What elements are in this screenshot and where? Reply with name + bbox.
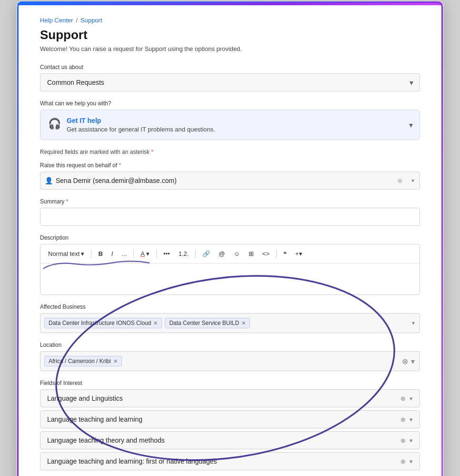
foi-chevron-icon-1: ▾ bbox=[410, 395, 413, 402]
location-chevron-icon: ▾ bbox=[411, 357, 415, 366]
location-field: Location Africa / Cameroon / Kribi ✕ ⊗ ▾ bbox=[40, 342, 420, 371]
more-button-2[interactable]: +▾ bbox=[292, 248, 305, 259]
text-color-button[interactable]: A ▾ bbox=[138, 248, 152, 259]
summary-label: Summary * bbox=[40, 198, 420, 205]
foi-text-1: Language and Linguistics bbox=[47, 395, 123, 402]
help-type-field: What can we help you with? 🎧 Get IT help… bbox=[40, 100, 420, 140]
required-note: Required fields are marked with an aster… bbox=[40, 149, 420, 155]
foi-icons-2: ⊗ ▾ bbox=[400, 416, 413, 423]
help-type-label: What can we help you with? bbox=[40, 100, 420, 107]
page-subtitle: Welcome! You can raise a request for Sup… bbox=[40, 45, 420, 52]
foi-text-2: Language teaching and learning bbox=[47, 415, 142, 423]
behalf-chevron-icon: ▾ bbox=[411, 177, 414, 184]
normal-text-dropdown[interactable]: Normal text ▾ bbox=[45, 248, 87, 259]
foi-icons-1: ⊗ ▾ bbox=[400, 395, 413, 402]
page-title: Support bbox=[40, 28, 420, 42]
foi-chevron-icon-2: ▾ bbox=[410, 416, 413, 423]
headset-icon: 🎧 bbox=[48, 118, 61, 130]
foi-clear-icon-4[interactable]: ⊗ bbox=[400, 458, 406, 465]
behalf-input-wrapper[interactable]: 👤 ⊗ ▾ bbox=[40, 172, 420, 190]
contact-us-label: Contact us about bbox=[40, 64, 420, 71]
tag-build-remove[interactable]: ✕ bbox=[241, 320, 246, 326]
description-toolbar: Normal text ▾ B I ... A ▾ ••• 1.2. 🔗 @ bbox=[40, 244, 420, 263]
more-button-1[interactable]: ... bbox=[119, 248, 130, 259]
contact-us-field: Contact us about Common Requests bbox=[40, 64, 420, 91]
tag-location-remove[interactable]: ✕ bbox=[113, 358, 118, 365]
bold-button[interactable]: B bbox=[95, 248, 105, 259]
link-button[interactable]: 🔗 bbox=[200, 248, 213, 259]
tag-ionos-remove[interactable]: ✕ bbox=[153, 320, 158, 326]
toolbar-sep-2 bbox=[133, 250, 134, 258]
help-text-block: Get IT help Get assistance for general I… bbox=[67, 117, 215, 133]
foi-chevron-icon-4: ▾ bbox=[410, 458, 413, 465]
breadcrumb-separator: / bbox=[76, 17, 78, 24]
foi-clear-icon-3[interactable]: ⊗ bbox=[400, 437, 406, 444]
help-desc: Get assistance for general IT problems a… bbox=[67, 126, 215, 133]
foi-text-3: Language teaching theory and methods bbox=[47, 436, 165, 444]
description-editor-area[interactable] bbox=[40, 263, 420, 294]
code-button[interactable]: <> bbox=[260, 248, 272, 259]
contact-us-select[interactable]: Common Requests bbox=[40, 73, 420, 91]
top-gradient-bar bbox=[17, 1, 443, 5]
fields-of-interest-label: Fields of Interest bbox=[40, 380, 420, 386]
toolbar-sep-3 bbox=[156, 250, 157, 258]
summary-field: Summary * bbox=[40, 198, 420, 226]
breadcrumb: Help Center / Support bbox=[40, 17, 420, 24]
italic-button[interactable]: I bbox=[109, 248, 116, 259]
foi-clear-icon-2[interactable]: ⊗ bbox=[400, 416, 406, 423]
help-title: Get IT help bbox=[67, 117, 215, 124]
foi-row-2[interactable]: Language teaching and learning ⊗ ▾ bbox=[40, 410, 420, 428]
contact-us-select-wrapper[interactable]: Common Requests bbox=[40, 73, 420, 91]
location-field-icons: ⊗ ▾ bbox=[402, 357, 415, 366]
foi-chevron-icon-3: ▾ bbox=[410, 437, 413, 444]
emoji-button[interactable]: ☺ bbox=[231, 248, 243, 259]
foi-row-3[interactable]: Language teaching theory and methods ⊗ ▾ bbox=[40, 431, 420, 449]
fields-of-interest-field: Fields of Interest Language and Linguist… bbox=[40, 380, 420, 470]
location-label: Location bbox=[40, 342, 420, 348]
get-it-help-box[interactable]: 🎧 Get IT help Get assistance for general… bbox=[40, 110, 420, 140]
numbered-list-button[interactable]: 1.2. bbox=[176, 248, 192, 259]
tag-location: Africa / Cameroon / Kribi ✕ bbox=[44, 356, 122, 366]
location-tags-field[interactable]: Africa / Cameroon / Kribi ✕ ⊗ ▾ bbox=[40, 351, 420, 371]
foi-icons-3: ⊗ ▾ bbox=[400, 437, 413, 444]
behalf-input[interactable] bbox=[40, 172, 420, 190]
foi-row-4[interactable]: Language teaching and learning: first or… bbox=[40, 452, 420, 470]
mention-button[interactable]: @ bbox=[216, 248, 228, 259]
affected-business-chevron-icon: ▾ bbox=[412, 320, 415, 326]
foi-row-1[interactable]: Language and Linguistics ⊗ ▾ bbox=[40, 389, 420, 407]
quote-button[interactable]: ❝ bbox=[280, 248, 290, 259]
description-field: Description Normal text ▾ B I ... A ▾ ••… bbox=[40, 234, 420, 295]
behalf-field: Raise this request on behalf of * 👤 ⊗ ▾ bbox=[40, 162, 420, 190]
description-label: Description bbox=[40, 234, 420, 241]
user-icon: 👤 bbox=[45, 177, 53, 184]
affected-business-label: Affected Business bbox=[40, 304, 420, 310]
bullet-list-button[interactable]: ••• bbox=[160, 248, 173, 259]
table-button[interactable]: ⊞ bbox=[246, 248, 257, 259]
toolbar-sep-5 bbox=[276, 250, 277, 258]
help-chevron-icon: ▾ bbox=[409, 121, 413, 130]
tag-ionos-cloud: Data Center Infrastructure IONOS Cloud ✕ bbox=[44, 318, 162, 328]
summary-input[interactable] bbox=[40, 208, 420, 226]
foi-text-4: Language teaching and learning: first or… bbox=[47, 457, 217, 465]
behalf-label: Raise this request on behalf of * bbox=[40, 162, 420, 169]
clear-icon[interactable]: ⊗ bbox=[397, 177, 403, 184]
description-editor-box[interactable]: Normal text ▾ B I ... A ▾ ••• 1.2. 🔗 @ bbox=[40, 244, 420, 295]
support-window: Help Center / Support Support Welcome! Y… bbox=[16, 0, 444, 476]
toolbar-sep-4 bbox=[195, 250, 196, 258]
foi-clear-icon-1[interactable]: ⊗ bbox=[400, 395, 406, 402]
tag-build: Data Center Service BUILD ✕ bbox=[165, 318, 250, 328]
foi-icons-4: ⊗ ▾ bbox=[400, 458, 413, 465]
affected-business-tags-field[interactable]: Data Center Infrastructure IONOS Cloud ✕… bbox=[40, 313, 420, 333]
affected-business-field: Affected Business Data Center Infrastruc… bbox=[40, 304, 420, 333]
toolbar-sep-1 bbox=[91, 250, 91, 258]
location-clear-icon[interactable]: ⊗ bbox=[402, 357, 408, 366]
breadcrumb-help-center[interactable]: Help Center bbox=[40, 17, 73, 24]
breadcrumb-support[interactable]: Support bbox=[80, 17, 102, 24]
